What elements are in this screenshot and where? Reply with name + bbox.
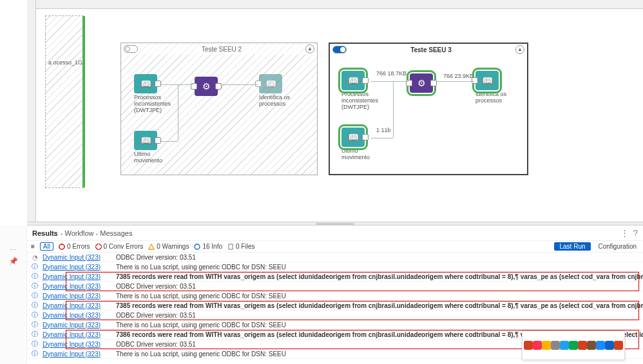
tool-gear[interactable]: ⚙ bbox=[195, 77, 218, 96]
info-icon: ⓘ bbox=[31, 273, 39, 280]
tool-ultimo[interactable]: 📖 Ultimo movimento bbox=[134, 131, 173, 164]
tray-app-icon[interactable] bbox=[569, 341, 578, 350]
result-row: ⓘDynamic Input (323)There is no Lua scri… bbox=[27, 320, 643, 330]
result-row: ⓘDynamic Input (323)There is no Lua scri… bbox=[27, 291, 643, 301]
tool-link[interactable]: Dynamic Input (323) bbox=[43, 341, 111, 348]
tool-label: Identifica os processos bbox=[259, 95, 298, 108]
tray-app-icon[interactable] bbox=[596, 341, 605, 350]
container-toggle[interactable] bbox=[124, 45, 138, 53]
tool-processos[interactable]: 📖 Processos inconsistentes (DWTJPE) bbox=[341, 71, 380, 111]
book-icon: 📖 bbox=[259, 74, 282, 93]
svg-marker-2 bbox=[149, 244, 154, 249]
tool-ultimo[interactable]: 📖 Ultimo movimento bbox=[341, 128, 380, 161]
tool-meta: 766 18.7KB bbox=[376, 71, 407, 77]
tool-identifica[interactable]: 📖 Identifica os processos bbox=[259, 74, 298, 108]
tool-processos[interactable]: 📖 Processos inconsistentes (DWTJPE) bbox=[134, 74, 173, 114]
results-filters: ≡ All 0 Errors 0 Conv Errors 0 Warnings … bbox=[27, 241, 643, 253]
message-text: There is no Lua script, using generic OD… bbox=[116, 263, 643, 271]
tool-link[interactable]: Dynamic Input (323) bbox=[43, 263, 111, 271]
info-icon: ⓘ bbox=[31, 330, 39, 338]
tool-label: Identifica os processos bbox=[475, 91, 514, 104]
connection bbox=[371, 81, 408, 82]
tool-identifica[interactable]: 📖 Identifica os processos bbox=[475, 71, 514, 104]
tool-meta: 1 11b bbox=[376, 128, 391, 134]
message-text: ODBC Driver version: 03.51 bbox=[116, 283, 643, 290]
connection bbox=[160, 84, 193, 85]
connection bbox=[371, 138, 393, 139]
tray-app-icon[interactable] bbox=[533, 341, 542, 350]
gear-icon: ⚙ bbox=[410, 73, 433, 93]
configuration-tab[interactable]: Configuration bbox=[596, 242, 639, 251]
green-indicator bbox=[82, 16, 85, 187]
tray-app-icon[interactable] bbox=[542, 341, 551, 350]
tray-app-icon[interactable] bbox=[578, 341, 587, 350]
info-icon: ⓘ bbox=[31, 311, 39, 319]
result-row: ⓘDynamic Input (323)ODBC Driver version:… bbox=[27, 311, 643, 320]
container-header: Teste SEEU 2 ▲ bbox=[121, 43, 317, 55]
filter-all[interactable]: All bbox=[40, 242, 53, 251]
tray-app-icon[interactable] bbox=[605, 341, 614, 350]
book-icon: 📖 bbox=[134, 74, 157, 93]
message-text: ODBC Driver version: 03.51 bbox=[116, 312, 643, 319]
book-icon: 📖 bbox=[134, 131, 157, 150]
result-row: ⓘDynamic Input (323)There is no Lua scri… bbox=[27, 262, 643, 272]
filter-info[interactable]: 16 Info bbox=[194, 243, 222, 250]
tray-app-icon[interactable] bbox=[614, 341, 623, 350]
tool-link[interactable]: Dynamic Input (323) bbox=[43, 331, 111, 338]
app-tray[interactable] bbox=[522, 330, 625, 360]
ruler-vertical bbox=[27, 0, 36, 225]
tool-link[interactable]: Dynamic Input (323) bbox=[43, 254, 111, 261]
results-actions[interactable]: ⋮ ? bbox=[620, 228, 638, 238]
pin-icon[interactable]: 📌 bbox=[0, 257, 26, 265]
container-partial[interactable]: a ocesso_1G bbox=[45, 15, 84, 188]
container-teste-seeu-2[interactable]: Teste SEEU 2 ▲ 📖 Processos inconsistente… bbox=[120, 43, 318, 175]
filter-conv-errors[interactable]: 0 Conv Errors bbox=[95, 243, 144, 250]
tool-link[interactable]: Dynamic Input (323) bbox=[43, 273, 111, 280]
tool-gear[interactable]: ⚙ bbox=[410, 73, 433, 93]
info-icon: ⓘ bbox=[31, 292, 39, 300]
container-teste-seeu-3[interactable]: Teste SEEU 3 ▲ 📖 Processos inconsistente… bbox=[329, 43, 528, 175]
dots-icon: ⋯ bbox=[0, 246, 26, 254]
last-run-button[interactable]: Last Run bbox=[554, 242, 590, 251]
book-icon: 📖 bbox=[341, 128, 365, 147]
tray-app-icon[interactable] bbox=[551, 341, 560, 350]
tool-link[interactable]: Dynamic Input (323) bbox=[43, 292, 111, 300]
collapse-icon[interactable]: ▲ bbox=[305, 44, 314, 53]
info-icon: ⓘ bbox=[31, 340, 39, 348]
connection bbox=[160, 141, 178, 142]
gear-icon: ⚙ bbox=[195, 77, 218, 96]
partial-label: a ocesso_1G bbox=[48, 60, 82, 66]
clock-icon: ◔ bbox=[31, 253, 39, 261]
tool-link[interactable]: Dynamic Input (323) bbox=[43, 312, 111, 319]
tray-app-icon[interactable] bbox=[560, 341, 569, 350]
message-text: There is no Lua script, using generic OD… bbox=[116, 321, 643, 329]
tool-link[interactable]: Dynamic Input (323) bbox=[43, 283, 111, 290]
tool-link[interactable]: Dynamic Input (323) bbox=[43, 321, 111, 329]
menu-icon[interactable]: ≡ bbox=[31, 243, 35, 250]
tool-label: Processos inconsistentes (DWTJPE) bbox=[134, 95, 173, 114]
workflow-canvas[interactable]: a ocesso_1G Teste SEEU 2 ▲ 📖 Processos i… bbox=[27, 0, 643, 225]
container-toggle[interactable] bbox=[332, 46, 347, 53]
results-header: Results - Workflow - Messages ⋮ ? bbox=[27, 225, 643, 241]
tool-link[interactable]: Dynamic Input (323) bbox=[43, 350, 111, 358]
connection bbox=[178, 84, 178, 141]
ruler-horizontal bbox=[27, 0, 643, 9]
tool-label: Ultimo movimento bbox=[341, 148, 380, 161]
tool-meta: 766 23.9KB bbox=[443, 73, 474, 80]
container-header: Teste SEEU 3 ▲ bbox=[330, 44, 527, 55]
result-row: ⓘDynamic Input (323)7385 records were re… bbox=[27, 272, 643, 282]
tray-app-icon[interactable] bbox=[587, 341, 596, 350]
result-row: ◔Dynamic Input (323)ODBC Driver version:… bbox=[27, 253, 643, 262]
message-text: There is no Lua script, using generic OD… bbox=[116, 292, 643, 300]
filter-errors[interactable]: 0 Errors bbox=[59, 243, 90, 250]
tool-label: Ultimo movimento bbox=[134, 151, 173, 164]
book-icon: 📖 bbox=[475, 71, 499, 90]
info-icon: ⓘ bbox=[31, 282, 39, 290]
tool-link[interactable]: Dynamic Input (323) bbox=[43, 302, 111, 309]
info-icon: ⓘ bbox=[31, 302, 39, 309]
filter-warnings[interactable]: 0 Warnings bbox=[148, 243, 189, 250]
tray-app-icon[interactable] bbox=[524, 341, 533, 350]
collapse-icon[interactable]: ▲ bbox=[515, 45, 524, 54]
message-text: ODBC Driver version: 03.51 bbox=[116, 254, 643, 261]
filter-files[interactable]: 0 Files bbox=[227, 243, 254, 250]
